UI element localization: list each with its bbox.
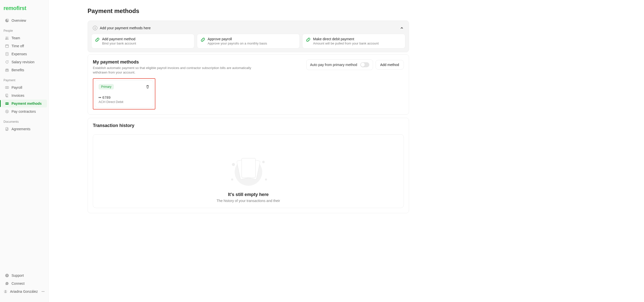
sidebar-section-payment: Payment (0, 74, 49, 84)
page-title: Payment methods (88, 8, 409, 14)
action-sub: Bind your bank account (102, 42, 136, 45)
method-number: •• 6789 (99, 96, 150, 100)
more-icon[interactable] (41, 290, 45, 294)
empty-sub: The history of your transactions and the… (98, 199, 399, 203)
svg-point-1 (7, 37, 8, 38)
chevron-up-icon[interactable] (400, 26, 404, 30)
sidebar-footer: ? Support Connect Ariadna González (0, 270, 49, 297)
info-panel: i Add your payment methods here Add paym… (88, 20, 409, 52)
action-direct-debit[interactable]: Make direct debit payment Amount will be… (302, 34, 405, 48)
sidebar-item-label: Team (12, 36, 20, 40)
sidebar-item-label: Benefits (12, 68, 24, 72)
sidebar-item-label: Time off (12, 44, 24, 48)
sidebar-item-label: Pay contractors (12, 110, 36, 114)
sidebar-section-documents: Documents (0, 116, 49, 125)
sidebar-item-connect[interactable]: Connect (2, 280, 47, 288)
svg-rect-5 (6, 86, 9, 88)
sidebar-item-payroll[interactable]: Payroll (2, 84, 47, 92)
svg-point-15 (7, 283, 7, 284)
method-type: ACH Direct Debit (99, 100, 150, 104)
sidebar-item-salary-revision[interactable]: Salary revision (2, 58, 47, 66)
action-title: Make direct debit payment (313, 37, 379, 41)
sidebar-item-label: Overview (12, 18, 26, 22)
link-icon (95, 38, 100, 42)
sidebar-item-payment-methods[interactable]: Payment methods (2, 100, 47, 108)
transaction-history-section: Transaction history It's still empty her… (88, 118, 409, 213)
action-title: Approve payroll (208, 37, 267, 41)
empty-illustration-icon (226, 152, 271, 187)
sidebar-item-label: Invoices (12, 94, 24, 98)
methods-sub: Establish automatic payment so that elig… (93, 66, 260, 75)
sidebar-item-label: Expenses (12, 52, 27, 56)
sidebar-item-time-off[interactable]: Time off (2, 42, 47, 50)
chat-icon (5, 282, 9, 286)
history-title: Transaction history (93, 123, 404, 128)
trash-icon[interactable] (146, 85, 150, 89)
sidebar-item-label: Support (12, 274, 24, 278)
people-icon (5, 36, 9, 40)
sidebar-item-label: Agreements (12, 127, 30, 131)
empty-title: It's still empty here (98, 192, 399, 197)
sidebar-item-overview[interactable]: Overview (2, 16, 47, 24)
method-card-highlighted: Primary •• 6789 ACH Direct Debit (93, 78, 155, 110)
action-approve-payroll[interactable]: Approve payroll Approve your payrolls on… (197, 34, 300, 48)
svg-point-24 (262, 161, 265, 163)
methods-title: My payment methods (93, 60, 260, 65)
action-add-payment-method[interactable]: Add payment method Bind your bank accoun… (91, 34, 194, 48)
refresh-icon (5, 60, 9, 64)
auto-pay-toggle[interactable]: Auto pay from primary method (306, 60, 373, 70)
empty-state: It's still empty here The history of you… (93, 134, 404, 208)
edit-document-icon (5, 127, 9, 131)
svg-rect-3 (6, 52, 8, 56)
add-method-button[interactable]: Add method (376, 60, 404, 70)
sidebar-item-label: Payment methods (12, 102, 42, 106)
sidebar: remofirst Overview People Team Time off … (0, 0, 49, 302)
sidebar-item-label: Salary revision (12, 60, 35, 64)
action-row: Add payment method Bind your bank accoun… (91, 34, 405, 48)
payment-method-card[interactable]: Primary •• 6789 ACH Direct Debit (95, 80, 153, 108)
banknote-icon (5, 86, 9, 90)
sidebar-item-pay-contractors[interactable]: Pay contractors (2, 108, 47, 116)
pie-chart-icon (5, 18, 9, 22)
sidebar-item-team[interactable]: Team (2, 34, 47, 42)
sidebar-section-people: People (0, 24, 49, 34)
info-panel-header: i Add your payment methods here (91, 24, 405, 34)
sidebar-item-support[interactable]: ? Support (2, 272, 47, 280)
svg-point-18 (5, 290, 6, 292)
receipt-icon (5, 52, 9, 56)
help-circle-icon: ? (5, 274, 9, 278)
sidebar-item-benefits[interactable]: Benefits (2, 66, 47, 74)
methods-header: My payment methods Establish automatic p… (93, 60, 404, 75)
primary-badge: Primary (99, 84, 114, 90)
svg-rect-9 (6, 103, 9, 104)
files-icon (5, 94, 9, 98)
dollar-circle-icon (5, 110, 9, 114)
calendar-icon (5, 44, 9, 48)
gift-icon (5, 68, 9, 72)
toggle-label: Auto pay from primary method (310, 63, 357, 67)
svg-point-16 (8, 283, 8, 284)
svg-point-23 (232, 163, 235, 166)
sidebar-item-label: Payroll (12, 86, 22, 90)
payment-methods-section: My payment methods Establish automatic p… (88, 54, 409, 115)
sidebar-user-name: Ariadna González (10, 290, 38, 294)
svg-point-26 (231, 178, 233, 180)
svg-point-21 (44, 291, 45, 292)
link-icon (306, 38, 310, 42)
info-panel-title: Add your payment methods here (100, 26, 151, 30)
link-icon (201, 38, 205, 42)
svg-rect-7 (6, 94, 8, 96)
svg-point-25 (265, 178, 267, 180)
svg-rect-2 (6, 45, 9, 48)
sidebar-item-agreements[interactable]: Agreements (2, 125, 47, 133)
sidebar-user[interactable]: Ariadna González (0, 288, 49, 296)
svg-text:?: ? (6, 274, 8, 277)
svg-rect-29 (242, 158, 255, 178)
toggle-switch-icon (360, 62, 369, 67)
svg-point-14 (6, 283, 7, 284)
svg-point-6 (7, 87, 8, 88)
sidebar-item-expenses[interactable]: Expenses (2, 50, 47, 58)
user-avatar-icon (4, 290, 8, 294)
credit-card-icon (5, 102, 9, 106)
sidebar-item-invoices[interactable]: Invoices (2, 92, 47, 100)
